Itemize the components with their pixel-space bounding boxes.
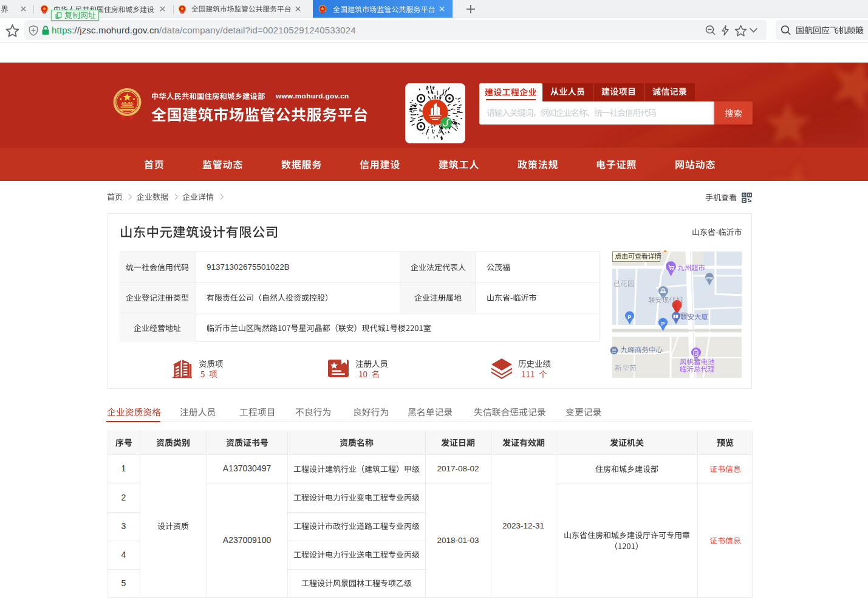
- svg-text:P: P: [627, 313, 631, 320]
- svg-text:P: P: [661, 320, 665, 326]
- svg-text:ATM: ATM: [706, 276, 713, 280]
